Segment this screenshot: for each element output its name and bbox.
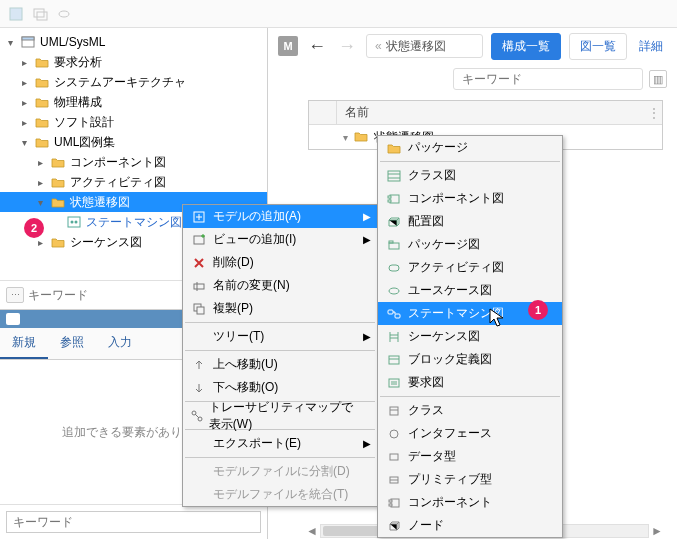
svg-rect-23: [388, 310, 393, 314]
tree-item[interactable]: アクティビティ図: [0, 172, 267, 192]
move-down-icon: [189, 380, 209, 396]
tree-item[interactable]: 物理構成: [0, 92, 267, 112]
model-icon: [20, 34, 36, 50]
submenu-component[interactable]: コンポーネント: [378, 491, 562, 514]
folder-icon: [354, 130, 368, 145]
submenu-node[interactable]: ノード: [378, 514, 562, 537]
tree-label: システムアーキテクチャ: [54, 74, 190, 91]
datatype-icon: [384, 449, 404, 465]
svg-point-28: [390, 430, 398, 438]
content-search-input[interactable]: [453, 68, 643, 90]
add-model-icon: [189, 209, 209, 225]
tool-icon-2[interactable]: [32, 6, 48, 22]
tree-label: UML図例集: [54, 134, 119, 151]
expand-arrow-icon[interactable]: [34, 176, 46, 188]
bottom-search-input[interactable]: [6, 511, 261, 533]
column-settings-icon[interactable]: ▥: [649, 70, 667, 88]
expand-arrow-icon[interactable]: [18, 136, 30, 148]
menu-separator: [185, 457, 375, 458]
menu-move-up[interactable]: 上へ移動(U): [183, 353, 377, 376]
breadcrumb[interactable]: «状態遷移図: [366, 34, 483, 58]
menu-add-view[interactable]: ビューの追加(I)▶: [183, 228, 377, 251]
tree-item[interactable]: ソフト設計: [0, 112, 267, 132]
submenu-package-diagram[interactable]: パッケージ図: [378, 233, 562, 256]
folder-icon: [50, 154, 66, 170]
tree-item[interactable]: 要求分析: [0, 52, 267, 72]
menu-traceability[interactable]: トレーサビリティマップで表示(W): [183, 404, 377, 427]
submenu-package[interactable]: パッケージ: [378, 136, 562, 159]
table-header-menu-icon[interactable]: ⋮: [646, 101, 662, 124]
menu-export[interactable]: エクスポート(E)▶: [183, 432, 377, 455]
nav-back-icon[interactable]: ←: [306, 36, 328, 57]
svg-rect-5: [10, 8, 22, 20]
tab-new[interactable]: 新規: [0, 328, 48, 359]
submenu-blockdef-diagram[interactable]: ブロック定義図: [378, 348, 562, 371]
submenu-arrow-icon: ▶: [363, 438, 371, 449]
submenu-deployment-diagram[interactable]: 配置図: [378, 210, 562, 233]
scroll-left-icon[interactable]: ◄: [304, 524, 320, 538]
expand-arrow-icon[interactable]: [18, 116, 30, 128]
tool-icon-3[interactable]: [56, 6, 72, 22]
tree-item[interactable]: UML図例集: [0, 132, 267, 152]
tree-item[interactable]: コンポーネント図: [0, 152, 267, 172]
expand-arrow-icon: [50, 216, 62, 228]
annotation-badge-1: 1: [528, 300, 548, 320]
expand-arrow-icon[interactable]: [34, 156, 46, 168]
save-icon[interactable]: [8, 6, 24, 22]
svg-rect-15: [388, 171, 400, 181]
svg-rect-24: [395, 314, 400, 318]
expand-arrow-icon[interactable]: [18, 96, 30, 108]
menu-duplicate[interactable]: 複製(P): [183, 297, 377, 320]
submenu-sequence-diagram[interactable]: シーケンス図: [378, 325, 562, 348]
expand-arrow-icon[interactable]: [18, 56, 30, 68]
folder-icon: [34, 54, 50, 70]
row-expand-icon[interactable]: ▾: [343, 132, 348, 143]
folder-icon: [34, 134, 50, 150]
submenu-class[interactable]: クラス: [378, 399, 562, 422]
submenu-activity-diagram[interactable]: アクティビティ図: [378, 256, 562, 279]
statemachine-diagram-icon: [66, 214, 82, 230]
submenu-component-diagram[interactable]: コンポーネント図: [378, 187, 562, 210]
submenu-interface[interactable]: インタフェース: [378, 422, 562, 445]
tree-root[interactable]: UML/SysML: [0, 32, 267, 52]
tab-reference[interactable]: 参照: [48, 328, 96, 359]
traceability-icon: [189, 408, 205, 424]
table-header: 名前 ⋮: [309, 101, 662, 125]
tree-label: ソフト設計: [54, 114, 118, 131]
submenu-requirement-diagram[interactable]: 要求図: [378, 371, 562, 394]
svg-rect-33: [389, 504, 392, 506]
structure-list-button[interactable]: 構成一覧: [491, 33, 561, 60]
nav-forward-icon[interactable]: →: [336, 36, 358, 57]
tree-item[interactable]: システムアーキテクチャ: [0, 72, 267, 92]
submenu-class-diagram[interactable]: クラス図: [378, 164, 562, 187]
keyword-mode-icon[interactable]: ⋯: [6, 287, 24, 303]
menu-tree[interactable]: ツリー(T)▶: [183, 325, 377, 348]
bottom-search: [0, 504, 267, 539]
menu-delete[interactable]: 削除(D): [183, 251, 377, 274]
submenu-usecase-diagram[interactable]: ユースケース図: [378, 279, 562, 302]
scroll-right-icon[interactable]: ►: [649, 524, 665, 538]
deployment-diagram-icon: [384, 214, 404, 230]
chevron-left-icon: «: [375, 39, 382, 53]
folder-icon: [34, 114, 50, 130]
menu-separator: [185, 322, 375, 323]
context-menu: モデルの追加(A)▶ ビューの追加(I)▶ 削除(D) 名前の変更(N) 複製(…: [182, 204, 378, 507]
menu-rename[interactable]: 名前の変更(N): [183, 274, 377, 297]
table-header-name[interactable]: 名前: [337, 101, 646, 124]
expand-arrow-icon[interactable]: [18, 76, 30, 88]
submenu-primitive[interactable]: プリミティブ型: [378, 468, 562, 491]
tree-label: コンポーネント図: [70, 154, 170, 171]
svg-rect-26: [389, 379, 399, 387]
submenu-arrow-icon: ▶: [363, 331, 371, 342]
submenu-datatype[interactable]: データ型: [378, 445, 562, 468]
diagram-list-button[interactable]: 図一覧: [569, 33, 627, 60]
expand-arrow-icon[interactable]: [4, 36, 16, 48]
menu-split-file: モデルファイルに分割(D): [183, 460, 377, 483]
folder-icon: [50, 194, 66, 210]
svg-rect-6: [34, 9, 44, 17]
menu-move-down[interactable]: 下へ移動(O): [183, 376, 377, 399]
detail-link[interactable]: 詳細: [635, 38, 667, 55]
menu-add-model[interactable]: モデルの追加(A)▶: [183, 205, 377, 228]
tab-input[interactable]: 入力: [96, 328, 144, 359]
expand-arrow-icon[interactable]: [34, 196, 46, 208]
